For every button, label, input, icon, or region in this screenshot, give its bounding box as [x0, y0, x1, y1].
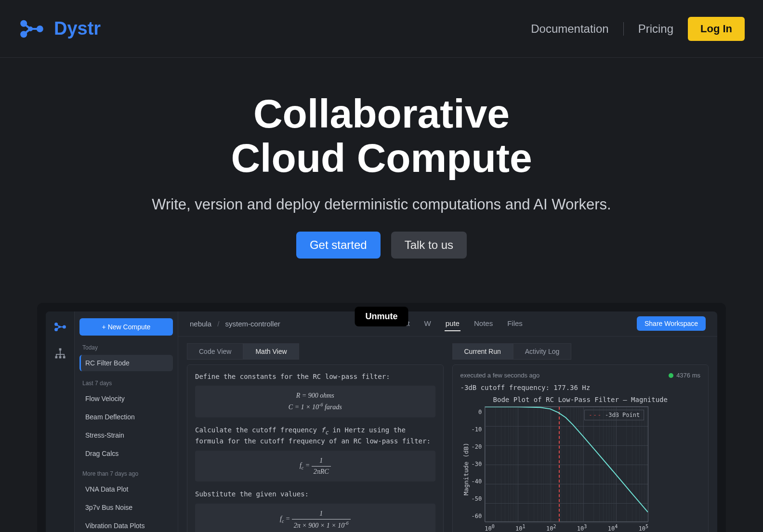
chart-plot-area: ----3dB Point: [485, 406, 648, 522]
brand[interactable]: Dystr: [18, 15, 101, 42]
sidebar-item[interactable]: Stress-Strain: [79, 427, 173, 443]
breadcrumb-sep: /: [217, 320, 219, 328]
chart-title: Bode Plot of RC Low-Pass Filter – Magnit…: [460, 396, 701, 403]
sidebar-item-rc-filter-bode[interactable]: RC Filter Bode: [79, 355, 173, 371]
math-panel: Define the constants for the RC low-pass…: [187, 364, 444, 532]
hero-title-line1: Collaborative: [253, 91, 510, 136]
math-text: Define the constants for the RC low-pass…: [195, 372, 435, 382]
tab-compute[interactable]: pute: [445, 316, 460, 331]
login-button[interactable]: Log In: [688, 17, 745, 41]
subtab-current-run[interactable]: Current Run: [452, 343, 513, 360]
nav-documentation[interactable]: Documentation: [531, 22, 608, 36]
math-column: Code View Math View Define the constants…: [187, 343, 444, 532]
demo-frame: Unmute + New Compute Today RC Filter Bod…: [37, 303, 726, 532]
cta-row: Get started Talk to us: [0, 232, 763, 259]
hero-subtitle: Write, version and deploy deterministic …: [0, 196, 763, 213]
run-result: -3dB cutoff frequency: 177.36 Hz: [460, 383, 701, 393]
nav-pricing[interactable]: Pricing: [638, 22, 673, 36]
run-header: executed a few seconds ago 4376 ms: [460, 372, 701, 379]
group-label: More than 7 days ago: [82, 470, 173, 477]
status-dot-icon: [669, 373, 673, 378]
bode-chart: Magnitude (dB) 0-10-20-30-40-50-60 ----3…: [460, 406, 701, 532]
svg-rect-10: [59, 356, 61, 358]
new-compute-button[interactable]: + New Compute: [79, 318, 173, 336]
run-timing: 4376 ms: [669, 372, 700, 379]
sidebar-item[interactable]: Beam Deflection: [79, 409, 173, 425]
breadcrumb: nebula / system-controller: [190, 320, 280, 328]
brand-name: Dystr: [54, 18, 101, 39]
equation-constants: R = 900 ohms C = 1 × 10-6 farads: [195, 386, 435, 417]
nav-separator: [623, 22, 624, 36]
share-workspace-button[interactable]: Share Workspace: [637, 316, 706, 331]
group-label: Last 7 days: [82, 380, 173, 387]
sidebar-item[interactable]: Flow Velocity: [79, 390, 173, 407]
sidebar: + New Compute Today RC Filter Bode Last …: [75, 311, 178, 532]
svg-rect-9: [55, 356, 57, 358]
icon-rail: [46, 311, 75, 532]
main: nebula / system-controller Chat W pute N…: [178, 311, 717, 532]
group-label: Today: [82, 344, 173, 351]
subtab-math-view[interactable]: Math View: [243, 343, 299, 360]
run-subtabs: Current Run Activity Log: [452, 343, 709, 360]
unmute-button[interactable]: Unmute: [355, 307, 408, 326]
tree-icon[interactable]: [53, 347, 67, 361]
run-panel: executed a few seconds ago 4376 ms -3dB …: [452, 364, 709, 532]
sidebar-item[interactable]: VNA Data Plot: [79, 481, 173, 497]
app-topbar: nebula / system-controller Chat W pute N…: [178, 311, 717, 337]
tab-notes[interactable]: Notes: [473, 316, 494, 331]
view-subtabs: Code View Math View: [187, 343, 444, 360]
breadcrumb-workspace[interactable]: nebula: [190, 320, 211, 328]
tab-files[interactable]: Files: [506, 316, 524, 331]
sidebar-item[interactable]: Drag Calcs: [79, 445, 173, 462]
hero-title: Collaborative Cloud Compute: [0, 91, 763, 181]
sidebar-item[interactable]: Vibration Data Plots: [79, 518, 173, 532]
run-column: Current Run Activity Log executed a few …: [452, 343, 709, 532]
app-body: Code View Math View Define the constants…: [178, 337, 717, 532]
subtab-activity-log[interactable]: Activity Log: [513, 343, 572, 360]
app-window: + New Compute Today RC Filter Bode Last …: [46, 311, 717, 532]
chart-xticks: 100101102103104105: [485, 524, 648, 532]
talk-to-us-button[interactable]: Talk to us: [391, 232, 467, 259]
math-text: Substitute the given values:: [195, 489, 435, 500]
run-executed-label: executed a few seconds ago: [460, 372, 540, 379]
equation-sub: fc = 12π × 900 × 1 × 10-6: [195, 504, 435, 532]
sidebar-item[interactable]: 3p7v Bus Noise: [79, 499, 173, 516]
svg-rect-8: [59, 348, 61, 350]
subtab-code-view[interactable]: Code View: [187, 343, 243, 360]
breadcrumb-project[interactable]: system-controller: [225, 320, 280, 328]
svg-rect-11: [63, 356, 65, 358]
hero: Collaborative Cloud Compute Write, versi…: [0, 58, 763, 278]
top-tabs: Chat W pute Notes Files: [394, 316, 524, 331]
logo-icon: [18, 15, 45, 42]
get-started-button[interactable]: Get started: [296, 232, 381, 259]
chart-ylabel: Magnitude (dB): [460, 406, 472, 532]
hero-title-line2: Cloud Compute: [231, 135, 532, 181]
top-nav: Dystr Documentation Pricing Log In: [0, 0, 763, 58]
tab-w-partial[interactable]: W: [423, 316, 432, 331]
equation-fc: fc = 12πRC: [195, 451, 435, 481]
chart-yticks: 0-10-20-30-40-50-60: [472, 406, 485, 522]
nav-right: Documentation Pricing Log In: [531, 17, 745, 41]
math-text: Calculate the cutoff frequency fc in Her…: [195, 425, 435, 447]
logo-small-icon[interactable]: [53, 320, 67, 334]
